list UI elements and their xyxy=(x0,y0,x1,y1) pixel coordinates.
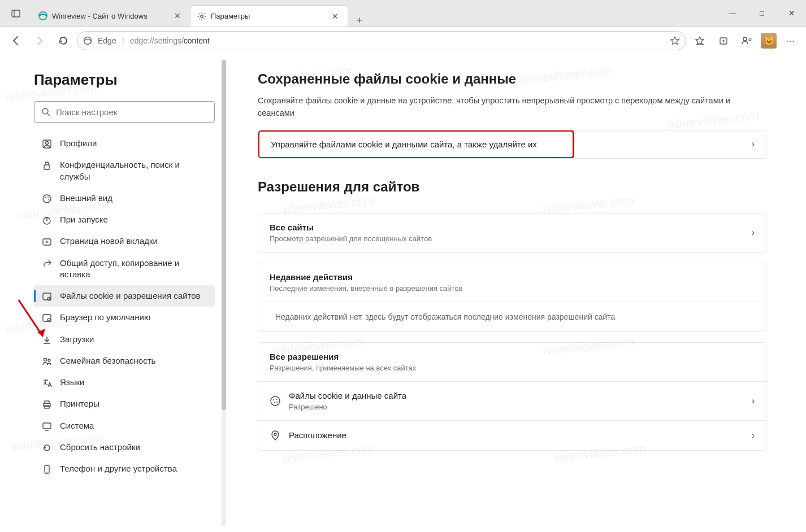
all-sites-row[interactable]: Все сайты Просмотр разрешений для посеще… xyxy=(258,213,766,252)
sidebar-item-power[interactable]: При запуске xyxy=(34,209,215,230)
perm-cookies-row[interactable]: Файлы cookie и данные сайта Разрешено › xyxy=(258,382,766,420)
address-bar[interactable]: Edge | edge://settings/content + xyxy=(77,31,686,50)
sidebar-item-label: Внешний вид xyxy=(60,193,112,204)
svg-point-42 xyxy=(274,433,276,435)
tab-icon xyxy=(42,237,52,247)
all-perm-title: Все разрешения xyxy=(270,352,755,361)
all-permissions-card: Все разрешения Разрешения, применяемые н… xyxy=(258,342,766,451)
sidebar-item-label: Конфиденциальность, поиск и службы xyxy=(60,159,208,182)
section-desc-cookies: Сохраняйте файлы cookie и данные на устр… xyxy=(258,95,766,120)
download-icon xyxy=(42,335,52,345)
perm-cookies-title: Файлы cookie и данные сайта xyxy=(289,391,744,400)
search-icon xyxy=(41,107,50,116)
separator: | xyxy=(122,36,124,46)
favorites-button[interactable] xyxy=(690,30,710,51)
all-sites-sub: Просмотр разрешений для посещенных сайто… xyxy=(270,234,744,243)
sidebar-scrollbar[interactable] xyxy=(222,60,226,526)
sidebar-item-languages[interactable]: Языки xyxy=(34,372,215,393)
location-icon xyxy=(270,430,281,441)
all-perm-sub: Разрешения, применяемые на всех сайтах xyxy=(270,364,755,372)
chevron-right-icon: › xyxy=(752,430,755,441)
sidebar-item-profile[interactable]: Профили xyxy=(34,133,215,154)
window-controls: — □ ✕ xyxy=(718,0,806,27)
sidebar-item-label: Браузер по умолчанию xyxy=(60,312,150,323)
sidebar-item-reset[interactable]: Сбросить настройки xyxy=(34,437,215,458)
settings-sidebar: Параметры ПрофилиКонфиденциальность, пои… xyxy=(0,54,226,532)
close-tab-icon[interactable]: ✕ xyxy=(172,11,183,20)
tab-actions-button[interactable] xyxy=(0,0,32,27)
chevron-right-icon: › xyxy=(752,139,755,149)
perm-cookies-sub: Разрешено xyxy=(289,403,744,411)
sidebar-item-default-browser[interactable]: Браузер по умолчанию xyxy=(34,307,215,328)
tab-winreview[interactable]: Winreview - Сайт о Windows ✕ xyxy=(32,5,190,27)
tab-title: Параметры xyxy=(211,12,250,20)
close-tab-icon[interactable]: ✕ xyxy=(330,12,341,21)
tab-title: Winreview - Сайт о Windows xyxy=(52,12,148,20)
search-input[interactable] xyxy=(56,107,207,117)
maximize-button[interactable]: □ xyxy=(747,0,777,27)
svg-point-16 xyxy=(45,197,46,198)
sidebar-item-download[interactable]: Загрузки xyxy=(34,329,215,350)
sidebar-item-label: Общий доступ, копирование и вставка xyxy=(60,258,208,281)
recent-sub: Последние изменения, внесенные в разреше… xyxy=(270,284,755,293)
sidebar-item-share[interactable]: Общий доступ, копирование и вставка xyxy=(34,252,215,286)
svg-point-34 xyxy=(46,472,47,473)
sidebar-item-label: Система xyxy=(60,420,94,431)
refresh-button[interactable] xyxy=(53,30,73,51)
sidebar-item-label: Принтеры xyxy=(60,398,99,409)
url-text: edge://settings/content xyxy=(130,36,210,45)
sidebar-item-label: Семейная безопасность xyxy=(60,355,155,367)
family-icon xyxy=(42,356,52,367)
avatar[interactable]: 🐱 xyxy=(761,33,777,49)
back-button[interactable] xyxy=(6,30,26,51)
sidebar-item-system[interactable]: Система xyxy=(34,415,215,437)
collections-button[interactable] xyxy=(713,30,734,51)
perm-location-row[interactable]: Расположение › xyxy=(258,421,766,450)
svg-point-38 xyxy=(273,399,274,400)
more-menu-button[interactable]: ⋯ xyxy=(780,30,800,51)
settings-search[interactable] xyxy=(34,101,215,123)
svg-line-11 xyxy=(47,114,50,116)
svg-point-4 xyxy=(84,37,92,45)
default-browser-icon xyxy=(42,313,52,323)
reset-icon xyxy=(42,443,52,453)
profile-icon xyxy=(42,139,52,149)
cookie-icon xyxy=(270,395,281,407)
sidebar-item-tab[interactable]: Страница новой вкладки xyxy=(34,230,215,252)
edge-logo-icon xyxy=(83,36,92,45)
lock-icon xyxy=(42,160,52,171)
sidebar-item-label: Телефон и другие устройства xyxy=(60,463,177,474)
printer-icon xyxy=(42,399,52,409)
svg-point-8 xyxy=(743,37,747,41)
system-icon xyxy=(42,421,52,431)
sidebar-item-palette[interactable]: Внешний вид xyxy=(34,187,215,209)
sidebar-item-label: Профили xyxy=(60,138,97,149)
recent-title: Недавние действия xyxy=(270,272,755,282)
svg-rect-0 xyxy=(12,10,20,17)
svg-point-10 xyxy=(42,108,48,114)
new-tab-button[interactable]: ＋ xyxy=(348,13,371,27)
sidebar-item-printer[interactable]: Принтеры xyxy=(34,393,215,415)
scrollbar-thumb[interactable] xyxy=(222,60,226,410)
svg-point-13 xyxy=(46,142,49,145)
favorite-star-icon[interactable]: + xyxy=(670,36,680,46)
profile-switch-button[interactable] xyxy=(737,30,757,51)
sidebar-item-lock[interactable]: Конфиденциальность, поиск и службы xyxy=(34,154,215,187)
sidebar-item-family[interactable]: Семейная безопасность xyxy=(34,350,215,372)
phone-icon xyxy=(42,464,52,474)
svg-rect-29 xyxy=(45,401,49,403)
svg-point-17 xyxy=(47,197,49,198)
sidebar-item-phone[interactable]: Телефон и другие устройства xyxy=(34,458,215,479)
cookie-perm-icon xyxy=(42,291,52,302)
perm-location-title: Расположение xyxy=(289,430,744,440)
manage-cookies-row[interactable]: Управляйте файлами cookie и данными сайт… xyxy=(258,130,766,159)
forward-button[interactable] xyxy=(29,30,50,51)
svg-point-37 xyxy=(271,396,280,405)
close-window-button[interactable]: ✕ xyxy=(777,0,806,27)
share-icon xyxy=(42,259,52,269)
sidebar-item-cookie-perm[interactable]: Файлы cookie и разрешения сайтов xyxy=(34,285,215,307)
languages-icon xyxy=(42,378,52,388)
svg-point-26 xyxy=(44,358,47,361)
tab-settings[interactable]: Параметры ✕ xyxy=(190,5,348,27)
minimize-button[interactable]: — xyxy=(718,0,747,27)
